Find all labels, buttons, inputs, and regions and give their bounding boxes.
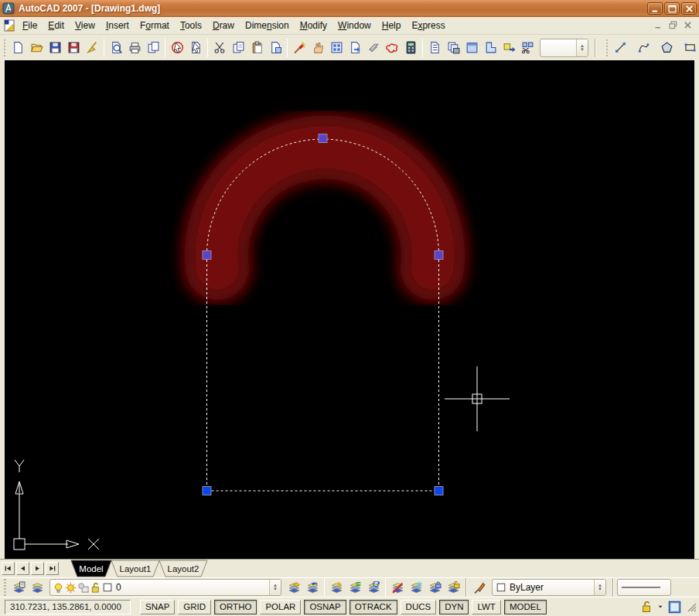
status-toggle-osnap[interactable]: OSNAP (304, 600, 346, 614)
pointer-red-button[interactable] (168, 39, 186, 57)
paste-button[interactable] (247, 39, 266, 57)
plot-button[interactable] (125, 39, 144, 57)
copy-button[interactable] (229, 39, 247, 57)
layers-button[interactable] (28, 579, 46, 596)
grip-handle[interactable] (203, 487, 211, 495)
tab-nav-last-button[interactable] (46, 562, 59, 575)
xref-palette-button[interactable] (327, 39, 346, 57)
tool-palettes-button[interactable] (462, 39, 481, 57)
image-attach-button[interactable] (346, 39, 364, 57)
toolbar-grip[interactable] (606, 39, 608, 56)
layer-off-button[interactable] (388, 579, 407, 596)
open-button[interactable] (27, 39, 46, 57)
sun-vp-icon[interactable] (77, 582, 89, 594)
layer-previous-button[interactable] (303, 579, 322, 596)
layer-properties-button[interactable] (9, 579, 28, 596)
bulb-icon[interactable] (53, 582, 64, 594)
workspace-combo[interactable]: ▲▼ (540, 39, 588, 57)
menu-dimension[interactable]: Dimension (240, 18, 295, 33)
toolbar-grip[interactable] (4, 579, 6, 596)
status-toggle-lwt[interactable]: LWT (472, 600, 500, 614)
publish-button[interactable] (144, 39, 162, 57)
rectangle-button[interactable] (680, 39, 699, 57)
minimize-button[interactable] (647, 2, 663, 15)
menu-edit[interactable]: Edit (43, 18, 70, 33)
grip-handle[interactable] (435, 487, 443, 495)
grip-handle[interactable] (435, 251, 443, 260)
eraser-button[interactable] (364, 39, 383, 57)
status-toggle-grid[interactable]: GRID (178, 600, 211, 614)
match-properties-button[interactable] (290, 39, 309, 57)
menu-express[interactable]: Express (406, 18, 450, 33)
combo-spinner-icon[interactable]: ▲▼ (594, 580, 605, 595)
plot-preview-button[interactable] (107, 39, 125, 57)
line-button[interactable] (611, 39, 629, 57)
swatch-icon[interactable] (102, 582, 113, 593)
menu-view[interactable]: View (70, 18, 101, 33)
chevron-down-icon[interactable] (656, 603, 664, 611)
polygon-button[interactable] (657, 39, 676, 57)
layer-match-button[interactable] (346, 579, 364, 596)
tab-nav-prev-button[interactable] (16, 562, 29, 575)
status-toggle-snap[interactable]: SNAP (140, 600, 175, 614)
status-toggle-ducs[interactable]: DUCS (401, 600, 437, 614)
menu-tools[interactable]: Tools (175, 18, 207, 33)
sheetset-manager-button[interactable] (481, 39, 500, 57)
status-toggle-dyn[interactable]: DYN (439, 600, 469, 614)
menu-format[interactable]: Format (135, 18, 175, 33)
menu-modify[interactable]: Modify (295, 18, 332, 33)
polyline-button[interactable] (634, 39, 653, 57)
resize-grip[interactable] (685, 601, 697, 613)
status-toggle-polar[interactable]: POLAR (260, 600, 301, 614)
layer-combo[interactable]: 0 ▲▼ (49, 579, 281, 596)
linetype-combo[interactable] (617, 579, 671, 596)
padlock-open-icon[interactable] (90, 582, 101, 594)
designcenter-button[interactable] (444, 39, 462, 57)
sun-icon[interactable] (65, 582, 77, 594)
quickcalc-button[interactable] (401, 39, 420, 57)
refedit-button[interactable] (500, 39, 518, 57)
markup-cloud-button[interactable] (383, 39, 401, 57)
layer-freeze-button[interactable] (407, 579, 425, 596)
save-red-button[interactable] (64, 39, 83, 57)
menu-help[interactable]: Help (377, 18, 407, 33)
new-button[interactable] (9, 39, 27, 57)
block-snippet-button[interactable] (518, 39, 537, 57)
grip-handle[interactable] (319, 134, 327, 143)
clean-screen-icon[interactable] (668, 601, 681, 614)
save-button[interactable] (46, 39, 64, 57)
status-toggle-model[interactable]: MODEL (504, 600, 547, 614)
mdi-restore-button[interactable] (668, 20, 678, 32)
layer-update-button[interactable] (364, 579, 383, 596)
tab-nav-first-button[interactable] (2, 562, 15, 575)
sweep-button[interactable] (83, 39, 101, 57)
layer-unlock-button[interactable] (444, 579, 462, 596)
menu-draw[interactable]: Draw (207, 18, 240, 33)
tab-model-label[interactable]: Model (79, 564, 103, 573)
tab-layout1-label[interactable]: Layout1 (120, 564, 152, 573)
combo-spinner-icon[interactable]: ▲▼ (576, 39, 588, 56)
combo-spinner-icon[interactable]: ▲▼ (269, 580, 281, 595)
drawing-canvas[interactable] (5, 60, 694, 559)
status-toggle-otrack[interactable]: OTRACK (350, 600, 397, 614)
model-space-view[interactable] (5, 60, 694, 559)
layer-walk-button[interactable] (327, 579, 346, 596)
pointer-button[interactable] (186, 39, 205, 57)
toolbar-grip[interactable] (4, 39, 5, 56)
tab-nav-next-button[interactable] (31, 562, 44, 575)
cut-button[interactable] (210, 39, 229, 57)
mdi-minimize-button[interactable] (653, 20, 663, 32)
properties-button[interactable] (425, 39, 444, 57)
menu-window[interactable]: Window (332, 18, 377, 33)
close-button[interactable] (681, 2, 697, 15)
layer-lock-button[interactable] (425, 579, 444, 596)
mdi-close-button[interactable] (683, 20, 693, 32)
brush-button[interactable] (470, 579, 489, 596)
tab-layout2-label[interactable]: Layout2 (168, 564, 199, 573)
toolbar-lock-icon[interactable] (640, 601, 653, 613)
status-toggle-ortho[interactable]: ORTHO (214, 600, 257, 614)
maximize-button[interactable] (664, 2, 680, 15)
make-current-button[interactable] (285, 579, 303, 596)
grip-handle[interactable] (203, 251, 211, 260)
paste-special-button[interactable] (266, 39, 285, 57)
